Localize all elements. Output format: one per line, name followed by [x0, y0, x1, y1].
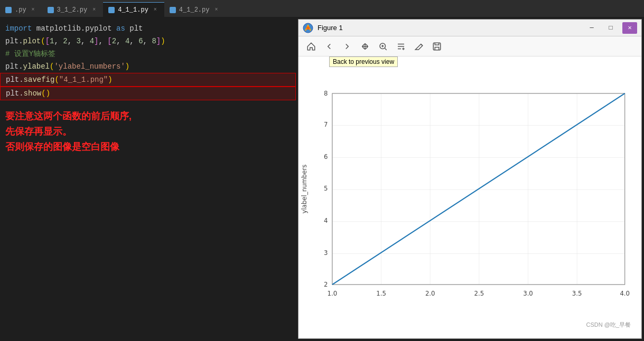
configure-icon — [396, 42, 406, 51]
svg-text:8: 8 — [324, 90, 328, 97]
matplotlib-icon — [303, 23, 313, 33]
close-button[interactable]: ✕ — [622, 22, 637, 34]
tab-label-py: .py — [15, 6, 26, 14]
svg-text:1.0: 1.0 — [328, 290, 338, 297]
minimize-button[interactable]: — — [584, 22, 599, 34]
tab-bar: .py × 3_1_2.py × 4_1_1.py × 4_1_2.py × — [0, 0, 644, 17]
tab-label-4-1-1: 4_1_1.py — [118, 6, 148, 14]
code-paren-5a: ( — [54, 74, 59, 86]
code-text-2a: plt. — [5, 35, 23, 47]
home-button[interactable] — [303, 39, 320, 54]
save-figure-button[interactable] — [428, 39, 445, 54]
figure-titlebar: Figure 1 — □ ✕ — [298, 20, 641, 36]
code-line-2: plt. plot ( [ 1 , 2 , 3 , 4 ] , [ 2 , 4 … — [0, 35, 296, 48]
tab-close-py[interactable]: × — [30, 6, 37, 14]
svg-text:2.5: 2.5 — [474, 290, 484, 297]
code-comma-2d: , — [99, 35, 108, 47]
code-paren-2c: ] — [94, 35, 98, 47]
code-fn-savefig: savefig — [24, 74, 55, 86]
pan-button[interactable] — [357, 39, 374, 54]
back-icon — [324, 42, 334, 51]
code-line-1: import matplotlib.pyplot as plt — [0, 22, 296, 35]
code-comma-2a: , — [54, 35, 63, 47]
maximize-button[interactable]: □ — [603, 22, 618, 34]
tab-icon-py — [5, 7, 12, 13]
forward-button[interactable] — [339, 39, 356, 54]
svg-text:2.0: 2.0 — [425, 290, 435, 297]
svg-rect-5 — [433, 43, 441, 50]
code-paren-6b: ) — [46, 88, 50, 99]
tab-icon-3-1-2 — [48, 7, 54, 13]
code-comma-2f: , — [129, 35, 138, 47]
annotation-text: 要注意这两个函数的前后顺序,先保存再显示。否则保存的图像是空白图像 — [0, 100, 296, 159]
code-fn-show: show — [24, 88, 42, 99]
zoom-icon — [378, 42, 388, 51]
code-line-4: plt. ylabel ( 'ylabel_numbers' ) — [0, 60, 296, 73]
save-icon — [432, 42, 442, 51]
svg-text:3.5: 3.5 — [572, 290, 582, 297]
code-str-ylabel: 'ylabel_numbers' — [54, 61, 125, 72]
code-plt: plt — [129, 23, 143, 34]
zoom-button[interactable] — [375, 39, 391, 54]
tab-label-4-1-2: 4_1_2.py — [179, 6, 210, 14]
svg-text:3: 3 — [324, 249, 328, 257]
code-comma-2c: , — [81, 35, 90, 47]
code-paren-2a: ( — [41, 35, 45, 47]
svg-point-1 — [306, 26, 310, 30]
code-text-5a: plt. — [6, 74, 24, 86]
home-icon — [306, 42, 316, 51]
code-num-2b: 2 — [63, 35, 67, 47]
code-num-2c: 3 — [76, 35, 80, 47]
svg-text:4: 4 — [324, 217, 328, 224]
code-text-6a: plt. — [6, 88, 24, 99]
code-num-2g: 6 — [138, 35, 143, 47]
tab-icon-4-1-2 — [170, 7, 176, 13]
code-paren-2e: ] — [156, 35, 161, 47]
code-fn-plot: plot — [23, 35, 41, 47]
code-line-5: plt. savefig ( "4_1_1.png" ) — [0, 73, 296, 87]
tab-icon-4-1-1 — [108, 7, 115, 13]
code-num-2h: 8 — [152, 35, 156, 47]
code-paren-2f: ) — [161, 35, 165, 47]
tab-4-1-2[interactable]: 4_1_2.py × — [164, 2, 226, 17]
code-panel: import matplotlib.pyplot as plt plt. plo… — [0, 17, 296, 341]
configure-button[interactable] — [393, 39, 409, 54]
figure-window: Figure 1 — □ ✕ — [298, 19, 642, 339]
back-button[interactable] — [321, 39, 338, 54]
tab-close-4-1-2[interactable]: × — [212, 6, 220, 14]
code-fn-ylabel: ylabel — [23, 61, 50, 72]
code-comma-2e: , — [116, 35, 125, 47]
code-num-2d: 4 — [90, 35, 94, 47]
figure-toolbar: Back to previous view — [298, 36, 641, 56]
svg-text:4.0: 4.0 — [620, 290, 630, 297]
code-comma-2b: , — [68, 35, 77, 47]
chart-area: 1.0 1.5 2.0 2.5 3.0 3.5 4.0 2 3 4 5 6 7 … — [298, 56, 641, 338]
code-comment: # 设置Y轴标签 — [5, 48, 55, 60]
code-comma-2g: , — [143, 35, 152, 47]
code-num-2a: 1 — [50, 35, 54, 47]
tab-3-1-2[interactable]: 3_1_2.py × — [42, 2, 104, 17]
code-num-2f: 4 — [125, 35, 129, 47]
svg-text:ylabel_numbers: ylabel_numbers — [301, 165, 308, 214]
figure-title: Figure 1 — [318, 24, 580, 32]
pan-icon — [360, 42, 370, 51]
code-line-3: # 设置Y轴标签 — [0, 48, 296, 60]
tab-4-1-1[interactable]: 4_1_1.py × — [103, 2, 164, 17]
edit-button[interactable] — [410, 39, 427, 54]
svg-text:6: 6 — [324, 153, 328, 160]
tab-py[interactable]: .py × — [0, 2, 42, 17]
svg-text:1.5: 1.5 — [376, 290, 386, 297]
code-str-savefig: "4_1_1.png" — [59, 74, 108, 86]
watermark: CSDN @吃_早餐 — [586, 321, 631, 329]
tab-close-3-1-2[interactable]: × — [90, 6, 98, 14]
toolbar-tooltip: Back to previous view — [329, 56, 398, 67]
code-text-4a: plt. — [5, 61, 23, 72]
code-paren-2d: [ — [107, 35, 111, 47]
code-num-2e: 2 — [112, 35, 116, 47]
svg-text:3.0: 3.0 — [523, 290, 533, 297]
code-text-1: matplotlib.pyplot — [36, 23, 116, 34]
code-paren-5b: ) — [108, 74, 112, 86]
tab-close-4-1-1[interactable]: × — [152, 6, 159, 14]
keyword-import: import — [5, 23, 36, 34]
chart-container: 1.0 1.5 2.0 2.5 3.0 3.5 4.0 2 3 4 5 6 7 … — [298, 62, 636, 333]
